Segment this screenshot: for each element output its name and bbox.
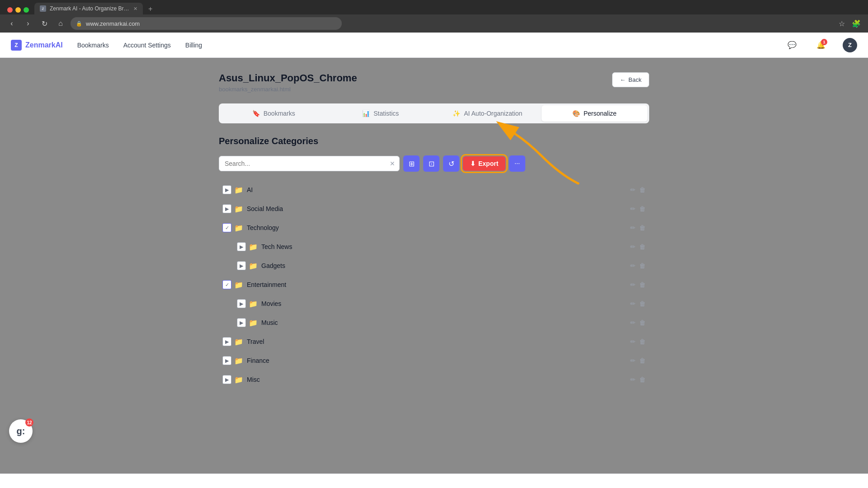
category-toggle-ai[interactable]: ▶ bbox=[222, 185, 231, 194]
export-button[interactable]: ⬇ Export bbox=[463, 156, 505, 171]
view-list-button[interactable]: ⊡ bbox=[423, 155, 439, 172]
footer: guidde. Made with guidde.com bbox=[0, 474, 868, 488]
delete-icon-music[interactable]: 🗑 bbox=[639, 319, 646, 326]
category-toggle-travel[interactable]: ▶ bbox=[222, 337, 231, 346]
category-actions-technology: ✏ 🗑 bbox=[630, 224, 646, 231]
delete-icon-movies[interactable]: 🗑 bbox=[639, 300, 646, 307]
category-item-technology[interactable]: ✓ 📁 Technology ✏ 🗑 bbox=[219, 219, 649, 237]
category-item-ai[interactable]: ▶ 📁 AI ✏ 🗑 bbox=[219, 181, 649, 199]
search-input[interactable] bbox=[219, 156, 400, 171]
statistics-tab-label: Statistics bbox=[373, 110, 399, 117]
user-avatar[interactable]: Z bbox=[843, 38, 857, 52]
tab-ai-auto[interactable]: ✨ AI Auto-Organization bbox=[434, 105, 541, 122]
folder-icon-music: 📁 bbox=[249, 319, 258, 327]
traffic-light-minimize[interactable] bbox=[15, 7, 21, 13]
forward-nav-button[interactable]: › bbox=[22, 17, 34, 30]
chat-button[interactable]: 💬 bbox=[785, 38, 799, 52]
nav-bookmarks[interactable]: Bookmarks bbox=[77, 42, 109, 49]
new-tab-button[interactable]: + bbox=[145, 4, 156, 14]
ai-tab-label: AI Auto-Organization bbox=[464, 110, 522, 117]
category-actions-tech-news: ✏ 🗑 bbox=[630, 243, 646, 250]
delete-icon-ai[interactable]: 🗑 bbox=[639, 186, 646, 193]
category-toggle-music[interactable]: ▶ bbox=[237, 318, 246, 327]
delete-icon-technology[interactable]: 🗑 bbox=[639, 224, 646, 231]
category-item-movies[interactable]: ▶ 📁 Movies ✏ 🗑 bbox=[219, 295, 649, 313]
reload-button[interactable]: ↻ bbox=[38, 17, 51, 30]
traffic-light-close[interactable] bbox=[7, 7, 13, 13]
edit-icon-tech-news[interactable]: ✏ bbox=[630, 243, 636, 250]
edit-icon-music[interactable]: ✏ bbox=[630, 319, 636, 326]
category-name-music: Music bbox=[261, 319, 630, 326]
edit-icon-ai[interactable]: ✏ bbox=[630, 186, 636, 193]
edit-icon-movies[interactable]: ✏ bbox=[630, 300, 636, 307]
category-toggle-technology[interactable]: ✓ bbox=[222, 223, 231, 232]
category-toggle-finance[interactable]: ▶ bbox=[222, 356, 231, 365]
guidde-badge-label: g: bbox=[17, 426, 25, 436]
notification-badge: 1 bbox=[821, 39, 827, 45]
notifications-button[interactable]: 🔔 1 bbox=[814, 38, 828, 52]
delete-icon-finance[interactable]: 🗑 bbox=[639, 357, 646, 364]
arrow-annotation bbox=[488, 120, 587, 188]
category-item-entertainment[interactable]: ✓ 📁 Entertainment ✏ 🗑 bbox=[219, 276, 649, 294]
traffic-light-maximize[interactable] bbox=[24, 7, 29, 13]
logo-text: ZenmarkAI bbox=[25, 41, 63, 49]
tab-close-button[interactable]: ✕ bbox=[133, 6, 137, 12]
edit-icon-travel[interactable]: ✏ bbox=[630, 338, 636, 345]
tab-bookmarks[interactable]: 🔖 Bookmarks bbox=[221, 105, 327, 122]
nav-account-settings[interactable]: Account Settings bbox=[123, 42, 171, 49]
category-item-social-media[interactable]: ▶ 📁 Social Media ✏ 🗑 bbox=[219, 200, 649, 218]
delete-icon-social-media[interactable]: 🗑 bbox=[639, 205, 646, 212]
browser-tab-active[interactable]: Z Zenmark AI - Auto Organize Brow... ✕ bbox=[34, 3, 143, 14]
category-toggle-social-media[interactable]: ▶ bbox=[222, 204, 231, 213]
edit-icon-social-media[interactable]: ✏ bbox=[630, 205, 636, 212]
refresh-button[interactable]: ↺ bbox=[443, 155, 459, 172]
export-btn-wrapper: ⬇ Export bbox=[463, 156, 505, 171]
tab-personalize[interactable]: 🎨 Personalize bbox=[542, 105, 648, 122]
extensions-button[interactable]: 🧩 bbox=[850, 17, 863, 30]
back-nav-button[interactable]: ‹ bbox=[5, 17, 18, 30]
delete-icon-entertainment[interactable]: 🗑 bbox=[639, 281, 646, 288]
category-toggle-tech-news[interactable]: ▶ bbox=[237, 242, 246, 251]
address-bar[interactable]: 🔒 www.zenmarkai.com bbox=[71, 17, 342, 30]
browser-chrome: Z Zenmark AI - Auto Organize Brow... ✕ +… bbox=[0, 0, 868, 33]
delete-icon-gadgets[interactable]: 🗑 bbox=[639, 262, 646, 269]
bookmark-star-button[interactable]: ☆ bbox=[835, 17, 848, 30]
delete-icon-misc[interactable]: 🗑 bbox=[639, 376, 646, 383]
category-item-music[interactable]: ▶ 📁 Music ✏ 🗑 bbox=[219, 314, 649, 332]
guidde-badge[interactable]: g: 12 bbox=[9, 419, 33, 443]
ai-tab-icon: ✨ bbox=[453, 110, 460, 117]
category-toggle-gadgets[interactable]: ▶ bbox=[237, 261, 246, 270]
category-item-travel[interactable]: ▶ 📁 Travel ✏ 🗑 bbox=[219, 333, 649, 351]
delete-icon-tech-news[interactable]: 🗑 bbox=[639, 243, 646, 250]
category-name-ai: AI bbox=[247, 186, 630, 193]
view-grid-button[interactable]: ⊞ bbox=[403, 155, 420, 172]
edit-icon-technology[interactable]: ✏ bbox=[630, 224, 636, 231]
search-clear-button[interactable]: ✕ bbox=[390, 160, 395, 167]
category-item-misc[interactable]: ▶ 📁 Misc ✏ 🗑 bbox=[219, 371, 649, 389]
delete-icon-travel[interactable]: 🗑 bbox=[639, 338, 646, 345]
browser-toolbar: ‹ › ↻ ⌂ 🔒 www.zenmarkai.com ☆ 🧩 bbox=[0, 14, 868, 33]
category-name-technology: Technology bbox=[247, 224, 630, 231]
lock-icon: 🔒 bbox=[76, 21, 82, 27]
back-button[interactable]: ← Back bbox=[612, 72, 649, 87]
category-toggle-entertainment[interactable]: ✓ bbox=[222, 280, 231, 289]
back-arrow-icon: ← bbox=[620, 76, 626, 83]
category-toggle-movies[interactable]: ▶ bbox=[237, 299, 246, 308]
edit-icon-finance[interactable]: ✏ bbox=[630, 357, 636, 364]
nav-billing[interactable]: Billing bbox=[185, 42, 202, 49]
tab-bar: 🔖 Bookmarks 📊 Statistics ✨ AI Auto-Organ… bbox=[219, 103, 649, 123]
category-toggle-misc[interactable]: ▶ bbox=[222, 375, 231, 384]
tab-statistics[interactable]: 📊 Statistics bbox=[328, 105, 434, 122]
folder-icon-technology: 📁 bbox=[234, 224, 243, 232]
category-item-tech-news[interactable]: ▶ 📁 Tech News ✏ 🗑 bbox=[219, 238, 649, 256]
category-item-gadgets[interactable]: ▶ 📁 Gadgets ✏ 🗑 bbox=[219, 257, 649, 275]
edit-icon-gadgets[interactable]: ✏ bbox=[630, 262, 636, 269]
more-options-button[interactable]: ⋯ bbox=[509, 155, 525, 172]
bookmarks-tab-icon: 🔖 bbox=[252, 110, 260, 117]
category-name-social-media: Social Media bbox=[247, 205, 630, 212]
home-button[interactable]: ⌂ bbox=[54, 17, 67, 30]
edit-icon-entertainment[interactable]: ✏ bbox=[630, 281, 636, 288]
edit-icon-misc[interactable]: ✏ bbox=[630, 376, 636, 383]
category-item-finance[interactable]: ▶ 📁 Finance ✏ 🗑 bbox=[219, 352, 649, 370]
folder-icon-ai: 📁 bbox=[234, 186, 243, 194]
